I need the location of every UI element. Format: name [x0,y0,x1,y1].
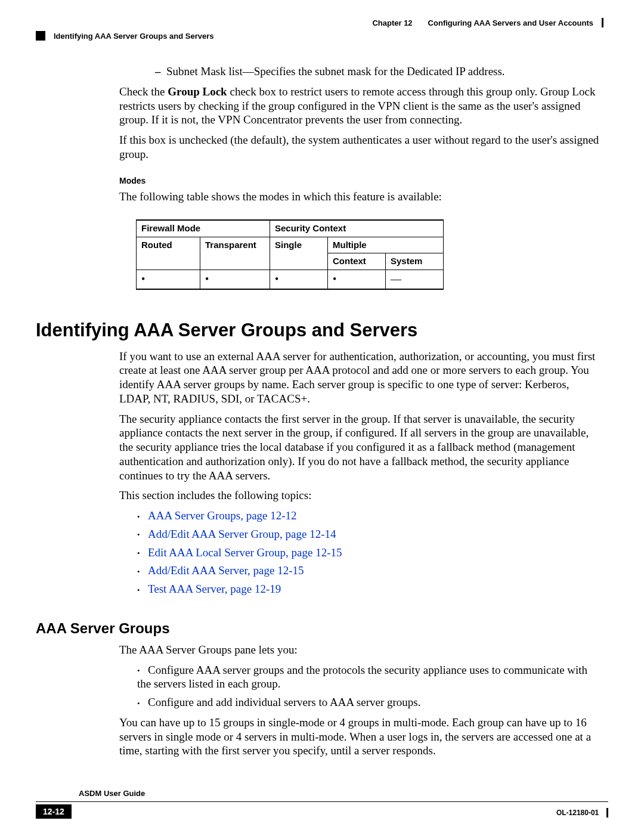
th-context: Context [328,253,386,270]
th-transparent: Transparent [200,237,270,270]
th-routed: Routed [137,237,200,270]
footer-rule [36,801,608,802]
header-divider [602,18,603,27]
th-security: Security Context [270,220,444,237]
link-aaa-server-groups[interactable]: AAA Server Groups, page 12-12 [137,509,602,523]
link-add-edit-server[interactable]: Add/Edit AAA Server, page 12-15 [137,563,602,578]
sub-bullet-2: Configure and add individual servers to … [137,695,602,710]
page-number-badge: 12-12 [36,804,72,819]
modes-table: Firewall Mode Security Context Routed Tr… [136,219,444,290]
h2-aaa-server-groups: AAA Server Groups [36,620,608,637]
table-row: • • • • — [137,270,444,289]
main-p1: If you want to use an external AAA serve… [119,349,602,406]
topic-links: AAA Server Groups, page 12-12 Add/Edit A… [119,509,602,596]
sub-content: The AAA Server Groups pane lets you: Con… [119,643,602,758]
sub-bullets: Configure AAA server groups and the prot… [119,663,602,710]
main-p3: This section includes the following topi… [119,488,602,503]
running-header-right: Chapter 12 Configuring AAA Servers and U… [36,18,608,27]
section-marker-square [36,31,45,41]
sub-bullet-1: Configure AAA server groups and the prot… [137,663,602,692]
th-single: Single [270,237,328,270]
main-content: If you want to use an external AAA serve… [119,349,602,596]
footer-divider [606,808,608,817]
page-footer: ASDM User Guide 12-12 OL-12180-01 [36,789,608,819]
dash-bullet-text: Subnet Mask list—Specifies the subnet ma… [166,65,505,78]
modes-intro: The following table shows the modes in w… [119,190,602,204]
th-firewall: Firewall Mode [137,220,270,237]
th-multiple: Multiple [328,237,444,253]
link-edit-local-group[interactable]: Edit AAA Local Server Group, page 12-15 [137,546,602,560]
paragraph-unchecked: If this box is unchecked (the default), … [119,133,602,162]
running-header-left: Identifying AAA Server Groups and Server… [36,31,608,41]
dash-bullet: – Subnet Mask list—Specifies the subnet … [155,64,602,79]
th-system: System [386,253,444,270]
link-test-server[interactable]: Test AAA Server, page 12-19 [137,582,602,596]
section-title: Identifying AAA Server Groups and Server… [54,32,214,41]
modes-label: Modes [119,176,602,187]
chapter-label: Chapter 12 [372,18,412,27]
page-container: Chapter 12 Configuring AAA Servers and U… [0,0,644,833]
chapter-title: Configuring AAA Servers and User Account… [428,18,593,27]
sub-p1: The AAA Server Groups pane lets you: [119,643,602,657]
h1-identifying: Identifying AAA Server Groups and Server… [36,320,608,341]
sub-p2: You can have up to 15 groups in single-m… [119,716,602,758]
paragraph-group-lock: Check the Group Lock check box to restri… [119,85,602,127]
link-add-edit-group[interactable]: Add/Edit AAA Server Group, page 12-14 [137,527,602,541]
document-id: OL-12180-01 [556,809,599,817]
main-p2: The security appliance contacts the firs… [119,412,602,483]
footer-guide: ASDM User Guide [36,789,608,798]
body-content: – Subnet Mask list—Specifies the subnet … [119,64,602,290]
